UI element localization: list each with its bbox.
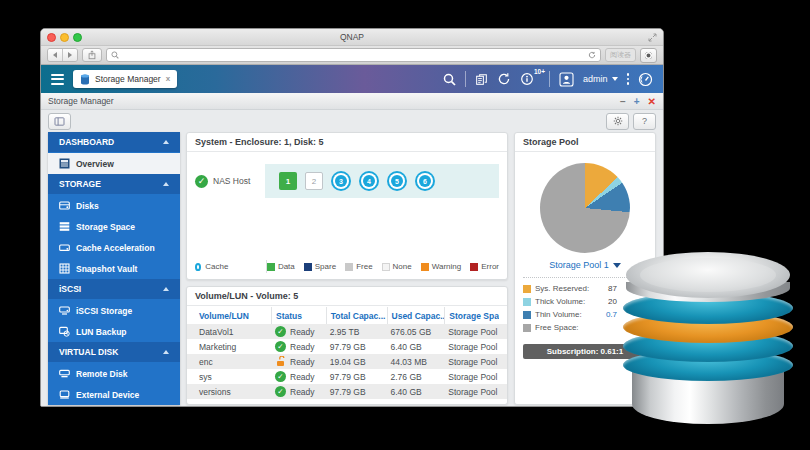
resource-monitor-button[interactable] bbox=[638, 72, 653, 87]
main-menu-button[interactable] bbox=[51, 74, 64, 85]
sidebar-section-iscsi[interactable]: iSCSI bbox=[48, 279, 180, 299]
browser-window: QNAP 阅读器 Storage Manager x bbox=[40, 28, 664, 407]
sidebar-section-dashboard[interactable]: DASHBOARD bbox=[48, 132, 180, 152]
disks-icon bbox=[59, 200, 70, 211]
sidebar-section-virtual-disk[interactable]: VIRTUAL DISK bbox=[48, 342, 180, 362]
reader-button[interactable]: 阅读器 bbox=[605, 48, 636, 62]
browser-toolbar: 阅读器 bbox=[41, 46, 663, 65]
address-input[interactable] bbox=[122, 50, 585, 60]
cache-legend-label: Cache bbox=[205, 262, 228, 271]
lun-backup-icon bbox=[59, 326, 70, 337]
iscsi-storage-icon bbox=[59, 305, 70, 316]
sidebar-item-iscsi-storage[interactable]: iSCSI Storage bbox=[48, 300, 180, 321]
share-icon bbox=[87, 50, 97, 60]
sidebar-item-lun-backup[interactable]: LUN Backup bbox=[48, 321, 180, 342]
disk-slot-5[interactable]: 5 bbox=[387, 171, 407, 191]
remote-disk-icon bbox=[59, 368, 70, 379]
system-panel-title: System - Enclosure: 1, Disk: 5 bbox=[187, 133, 507, 152]
storage-space-icon bbox=[59, 221, 70, 232]
tab-label: Storage Manager bbox=[95, 74, 161, 84]
notifications-button[interactable]: 10+ bbox=[520, 72, 534, 86]
col-status[interactable]: Status bbox=[271, 307, 326, 324]
status-ok-icon: ✓ bbox=[195, 175, 208, 188]
downloads-button[interactable] bbox=[640, 48, 657, 63]
sync-icon bbox=[497, 72, 511, 86]
sidebar-item-storage-space[interactable]: Storage Space bbox=[48, 216, 180, 237]
help-button[interactable]: ? bbox=[633, 113, 656, 130]
col-used-capacity[interactable]: Used Capac... bbox=[387, 307, 445, 324]
refresh-icon[interactable] bbox=[588, 51, 596, 59]
status-ready-icon: ✓ bbox=[275, 326, 286, 337]
nas-host: ✓ NAS Host bbox=[195, 175, 257, 188]
table-row-sys[interactable]: sys ✓Ready 97.79 GB 2.76 GB Storage Pool… bbox=[187, 369, 507, 384]
col-storage-space[interactable]: Storage Space bbox=[444, 307, 499, 324]
free-space-chip bbox=[523, 324, 531, 332]
admin-menu[interactable]: admin bbox=[583, 74, 618, 84]
sidebar-item-snapshot-vault[interactable]: Snapshot Vault bbox=[48, 258, 180, 279]
global-search-button[interactable] bbox=[443, 73, 456, 86]
back-button[interactable] bbox=[48, 49, 62, 61]
chevron-up-icon bbox=[163, 350, 169, 354]
address-bar[interactable] bbox=[106, 48, 601, 62]
app-toolbar: ? bbox=[41, 110, 663, 132]
disk-slot-1[interactable]: 1 bbox=[279, 172, 297, 190]
sidebar-item-remote-disk[interactable]: Remote Disk bbox=[48, 363, 180, 384]
disk-legend: Cache Data Spare Free None Warning Error bbox=[187, 256, 507, 279]
warning-legend-chip bbox=[421, 263, 429, 271]
disk-slot-2[interactable]: 2 bbox=[305, 172, 323, 190]
sidebar-item-external-device[interactable]: External Device bbox=[48, 384, 180, 405]
disk-slot-4[interactable]: 4 bbox=[359, 171, 379, 191]
app-close-button[interactable]: ✕ bbox=[648, 96, 656, 107]
col-total-capacity[interactable]: Total Capac... bbox=[326, 307, 387, 324]
tab-close-icon[interactable]: x bbox=[166, 75, 170, 83]
volume-table: Volume/LUN Status Total Capac... Used Ca… bbox=[187, 306, 507, 399]
status-ready-icon: ✓ bbox=[275, 386, 286, 397]
layout-toggle-button[interactable] bbox=[48, 113, 71, 130]
gauge-icon bbox=[638, 72, 653, 87]
sidebar-section-storage[interactable]: STORAGE bbox=[48, 174, 180, 194]
sidebar-item-disks[interactable]: Disks bbox=[48, 195, 180, 216]
table-row-marketing[interactable]: Marketing ✓Ready 97.79 GB 6.40 GB Storag… bbox=[187, 339, 507, 354]
volume-panel-title: Volume/LUN - Volume: 5 bbox=[187, 287, 507, 306]
share-button[interactable] bbox=[82, 48, 102, 62]
data-legend-chip bbox=[267, 263, 275, 271]
sync-status-button[interactable] bbox=[497, 72, 511, 86]
col-volume-lun[interactable]: Volume/LUN bbox=[195, 307, 271, 324]
tab-storage-manager[interactable]: Storage Manager x bbox=[73, 70, 177, 88]
chevron-up-icon bbox=[163, 140, 169, 144]
app-minimize-button[interactable]: − bbox=[620, 96, 626, 107]
disk-slot-3[interactable]: 3 bbox=[331, 171, 351, 191]
storage-manager-icon bbox=[80, 74, 90, 85]
user-icon bbox=[559, 72, 574, 87]
app-titlebar: Storage Manager − + ✕ bbox=[41, 93, 663, 110]
thick-volume-chip bbox=[523, 298, 531, 306]
notifications-icon bbox=[520, 72, 534, 86]
settings-button[interactable] bbox=[606, 113, 629, 130]
fullscreen-icon[interactable] bbox=[648, 33, 657, 42]
storage-pool-title: Storage Pool bbox=[515, 133, 655, 152]
mac-titlebar: QNAP bbox=[41, 29, 663, 46]
forward-button[interactable] bbox=[62, 49, 77, 61]
table-row-datavol1[interactable]: DataVol1 ✓Ready 2.95 TB 676.05 GB Storag… bbox=[187, 324, 507, 339]
notification-count-badge: 10+ bbox=[534, 68, 545, 75]
status-ready-icon: ✓ bbox=[275, 371, 286, 382]
table-row-versions[interactable]: versions ✓Ready 97.79 GB 6.40 GB Storage… bbox=[187, 384, 507, 399]
sidebar-item-cache-acceleration[interactable]: Cache Acceleration bbox=[48, 237, 180, 258]
more-options-button[interactable] bbox=[627, 73, 630, 85]
none-legend-chip bbox=[382, 263, 390, 271]
chevron-down-icon bbox=[612, 77, 618, 81]
gear-icon bbox=[613, 116, 623, 126]
chevron-up-icon bbox=[163, 287, 169, 291]
cache-acceleration-icon bbox=[59, 242, 70, 253]
table-row-enc[interactable]: enc Ready 19.04 GB 44.03 MB Storage Pool bbox=[187, 354, 507, 369]
cache-legend-icon bbox=[195, 263, 201, 271]
thin-volume-chip bbox=[523, 311, 531, 319]
app-maximize-button[interactable]: + bbox=[634, 96, 640, 107]
user-profile-button[interactable] bbox=[559, 72, 574, 87]
sidebar-item-overview[interactable]: Overview bbox=[48, 153, 180, 174]
disk-slot-6[interactable]: 6 bbox=[415, 171, 435, 191]
free-legend-chip bbox=[345, 263, 353, 271]
qts-main-menu-bar: Storage Manager x 10+ bbox=[41, 65, 663, 93]
forward-icon bbox=[68, 52, 72, 58]
background-tasks-button[interactable] bbox=[475, 73, 488, 86]
